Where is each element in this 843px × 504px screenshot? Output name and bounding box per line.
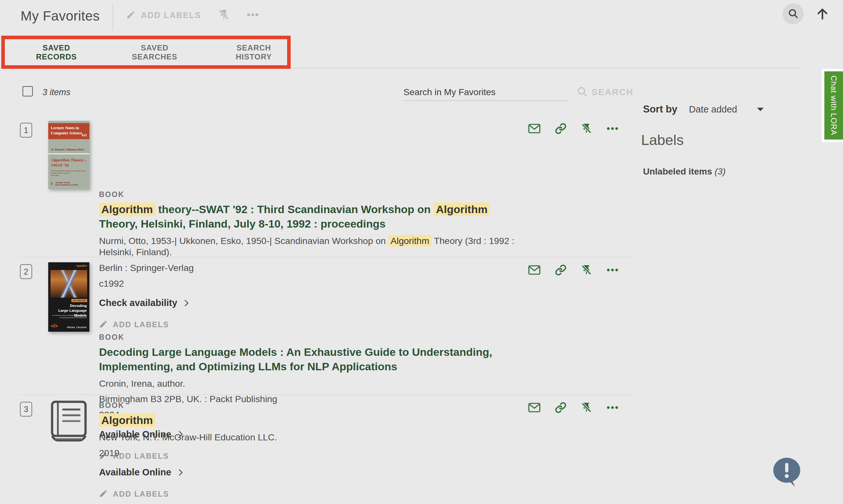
page-title: My Favorites — [21, 8, 100, 24]
availability-link[interactable]: Available Online — [99, 467, 184, 478]
search-icon — [576, 86, 588, 99]
tab-saved-records[interactable]: SAVED RECORDS — [5, 43, 89, 61]
more-actions-button[interactable] — [606, 127, 618, 131]
search-icon — [787, 8, 799, 20]
result-item-2: 2 <packt> 1ST EDITION Decoding Large Lan… — [0, 257, 635, 395]
record-type: BOOK — [99, 401, 517, 410]
book-cover-thumbnail[interactable]: Lecture Notes in Computer Science621 O. … — [48, 121, 89, 189]
ellipsis-icon — [606, 127, 618, 131]
favorites-search-input[interactable] — [403, 84, 569, 101]
sort-by-dropdown[interactable]: Sort by Date added — [643, 104, 764, 115]
record-authors: Nurmi, Otto, 1953-| Ukkonen, Esko, 1950-… — [99, 235, 517, 258]
unpin-button[interactable] — [218, 9, 230, 21]
unpin-icon — [581, 123, 592, 135]
header-actions: ADD LABELS — [126, 9, 259, 21]
result-item-3: 3 BOOK Algorithm New York, N.Y. McGraw-H… — [0, 395, 635, 504]
unlabeled-items-filter[interactable]: Unlabeled items(3) — [643, 166, 725, 177]
tab-search-history[interactable]: SEARCH HISTORY — [189, 43, 287, 61]
link-icon — [555, 402, 567, 414]
back-to-top-button[interactable] — [815, 6, 829, 21]
unpin-icon — [581, 402, 592, 414]
email-button[interactable] — [528, 123, 541, 135]
chevron-right-icon — [177, 468, 184, 478]
permalink-button[interactable] — [555, 402, 567, 414]
envelope-icon — [528, 265, 541, 276]
more-actions-button[interactable] — [606, 406, 618, 411]
my-favorites-page: My Favorites ADD LABELS — [0, 0, 843, 504]
up-arrow-icon — [815, 6, 829, 21]
labels-heading: Labels — [641, 132, 791, 148]
pencil-icon — [126, 10, 136, 21]
chat-with-lora-tab[interactable]: Chat with LORA — [822, 69, 843, 142]
page-header: My Favorites ADD LABELS — [0, 0, 843, 30]
more-actions-button[interactable] — [606, 268, 618, 273]
record-authors: Cronin, Irena, author. — [99, 378, 517, 390]
add-labels-button[interactable]: ADD LABELS — [99, 489, 169, 499]
sort-value: Date added — [689, 104, 737, 115]
header-divider — [112, 4, 113, 31]
springer-logo: § — [51, 181, 53, 186]
record-actions — [528, 123, 618, 135]
record-title-link[interactable]: Decoding Large Language Models : An Exha… — [99, 345, 517, 374]
unpin-icon — [218, 9, 230, 21]
exclamation-bubble-icon — [771, 485, 803, 489]
result-number: 2 — [20, 264, 32, 279]
feedback-bubble-button[interactable] — [771, 456, 803, 489]
chevron-down-icon — [757, 108, 764, 112]
more-actions-button[interactable] — [246, 13, 259, 18]
right-sidebar: Sort by Date added Labels Unlabeled item… — [643, 104, 791, 177]
result-number: 3 — [20, 402, 32, 417]
favorites-search-button[interactable]: SEARCH — [576, 86, 633, 99]
pencil-icon — [99, 489, 108, 499]
result-item-1: 1 Lecture Notes in Computer Science621 O… — [0, 116, 635, 257]
select-all-checkbox[interactable] — [22, 86, 33, 96]
record-title-link[interactable]: Algorithm theory--SWAT '92 : Third Scand… — [99, 202, 517, 231]
record-type: BOOK — [99, 333, 517, 342]
ellipsis-icon — [606, 406, 618, 411]
record-actions — [528, 264, 618, 277]
link-icon — [555, 123, 567, 135]
email-button[interactable] — [528, 402, 541, 414]
results-list: 1 Lecture Notes in Computer Science621 O… — [0, 116, 635, 504]
ellipsis-icon — [246, 13, 259, 18]
envelope-icon — [528, 123, 541, 135]
record-year: 2019 — [99, 447, 517, 459]
items-count: 3 items — [42, 87, 70, 97]
permalink-button[interactable] — [555, 264, 567, 277]
ellipsis-icon — [606, 268, 618, 273]
email-button[interactable] — [528, 265, 541, 276]
record-actions — [528, 402, 618, 414]
link-icon — [555, 264, 567, 277]
record-type: BOOK — [99, 190, 517, 199]
cover-art — [51, 270, 87, 298]
permalink-button[interactable] — [555, 123, 567, 135]
annotation-red-box: SAVED RECORDS SAVED SEARCHES SEARCH HIST… — [1, 36, 291, 69]
result-number: 1 — [20, 123, 32, 138]
record-publisher: New York, N.Y. McGraw-Hill Education LLC… — [99, 432, 517, 443]
tab-saved-searches[interactable]: SAVED SEARCHES — [89, 43, 189, 61]
record-title-link[interactable]: Algorithm — [99, 413, 517, 428]
top-right-actions — [783, 3, 829, 24]
envelope-icon — [528, 402, 541, 414]
book-cover-thumbnail[interactable]: <packt> 1ST EDITION Decoding Large Langu… — [48, 262, 89, 332]
global-search-button[interactable] — [783, 3, 804, 24]
book-placeholder-icon — [48, 400, 89, 446]
unpin-button[interactable] — [581, 123, 592, 135]
unpin-button[interactable] — [581, 402, 592, 414]
unpin-button[interactable] — [581, 264, 592, 277]
unpin-icon — [581, 264, 592, 277]
add-labels-button[interactable]: ADD LABELS — [126, 10, 201, 21]
